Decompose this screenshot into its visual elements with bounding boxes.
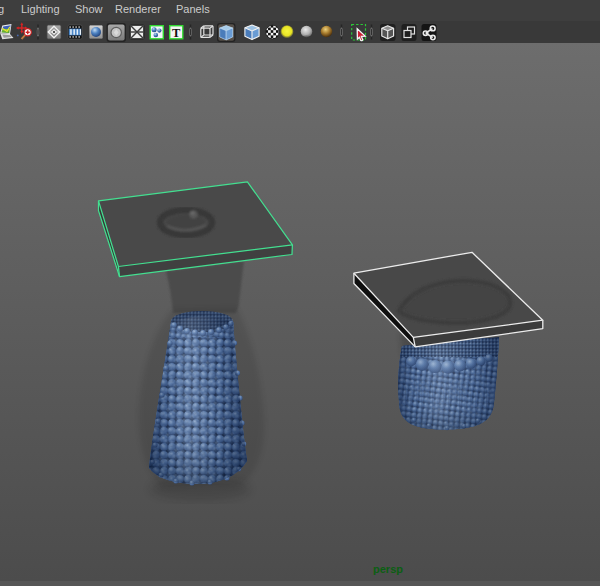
svg-text:T: T bbox=[172, 26, 181, 40]
